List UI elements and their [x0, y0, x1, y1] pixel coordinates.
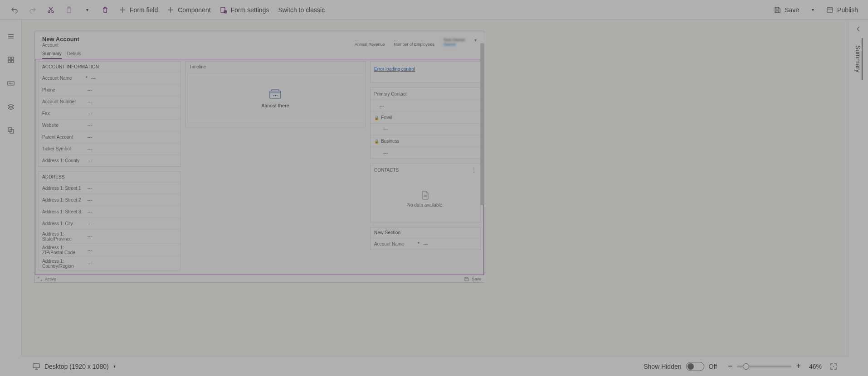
modal-overlay[interactable]: [0, 0, 868, 376]
